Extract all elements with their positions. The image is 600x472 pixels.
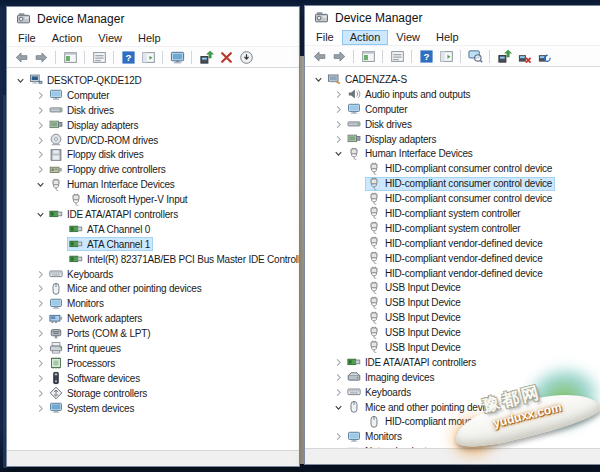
properties-icon[interactable] (90, 49, 108, 66)
tree-item[interactable]: Mice and other pointing devices (7, 281, 299, 296)
chevron-down-icon[interactable] (331, 401, 345, 413)
properties-icon[interactable] (388, 48, 406, 65)
tree-item[interactable]: Human Interface Devices (305, 146, 600, 161)
chevron-right-icon[interactable] (33, 89, 47, 101)
menu-view[interactable]: View (90, 31, 130, 46)
uninstall-x-icon[interactable] (217, 49, 235, 66)
tree-item[interactable]: HID-compliant system controller (305, 206, 600, 221)
tree-item[interactable]: Computer (7, 88, 299, 103)
chevron-right-icon[interactable] (331, 371, 345, 383)
console-window-icon[interactable] (61, 49, 79, 66)
tree-item[interactable]: Disk drives (305, 117, 600, 132)
tree-item[interactable]: Processors (7, 356, 299, 371)
help-icon[interactable]: ? (417, 48, 435, 65)
tree-item[interactable]: Display adapters (7, 118, 299, 133)
forward-icon[interactable] (330, 48, 348, 65)
tree-item[interactable]: Software devices (7, 371, 299, 386)
chevron-right-icon[interactable] (331, 133, 345, 145)
disable-icon[interactable] (237, 49, 255, 66)
chevron-right-icon[interactable] (33, 298, 47, 310)
chevron-right-icon[interactable] (33, 134, 47, 146)
menu-file[interactable]: File (308, 30, 342, 45)
chevron-right-icon[interactable] (33, 104, 47, 116)
tree-item[interactable]: Monitors (7, 296, 299, 311)
chevron-down-icon[interactable] (331, 148, 345, 160)
tree-pane-icon[interactable] (437, 48, 455, 65)
chevron-right-icon[interactable] (33, 402, 47, 414)
tree-item[interactable]: ATA Channel 1 (7, 237, 299, 252)
tree-item[interactable]: HID-compliant vendor-defined device (305, 266, 600, 281)
chevron-right-icon[interactable] (33, 149, 47, 161)
chevron-right-icon[interactable] (33, 372, 47, 384)
menu-file[interactable]: File (10, 31, 44, 46)
tree-item[interactable]: Display adapters (305, 132, 600, 147)
tree-item[interactable]: HID-compliant consumer control device (305, 176, 600, 191)
chevron-right-icon[interactable] (331, 118, 345, 130)
tree-item[interactable]: Floppy drive controllers (7, 162, 299, 177)
chevron-right-icon[interactable] (331, 88, 345, 100)
uninstall-device-icon[interactable] (535, 48, 553, 65)
tree-item[interactable]: Network adapters (7, 311, 299, 326)
tree-item[interactable]: HID-compliant vendor-defined device (305, 251, 600, 266)
chevron-down-icon[interactable] (13, 74, 27, 86)
tree-item[interactable]: HID-compliant consumer control device (305, 161, 600, 176)
chevron-down-icon[interactable] (33, 179, 47, 191)
chevron-right-icon[interactable] (33, 313, 47, 325)
title-bar[interactable]: Device Manager (7, 7, 299, 30)
chevron-right-icon[interactable] (331, 386, 345, 398)
chevron-right-icon[interactable] (331, 431, 345, 443)
tree-item[interactable]: HID-compliant consumer control device (305, 191, 600, 206)
tree-item[interactable]: DVD/CD-ROM drives (7, 133, 299, 148)
disable-device-icon[interactable] (515, 48, 533, 65)
chevron-right-icon[interactable] (33, 357, 47, 369)
tree-item[interactable]: Disk drives (7, 103, 299, 118)
tree-item[interactable]: System devices (7, 401, 299, 416)
chevron-right-icon[interactable] (33, 283, 47, 295)
tree-item[interactable]: USB Input Device (305, 310, 600, 325)
scan-hardware-icon[interactable] (466, 48, 484, 65)
chevron-down-icon[interactable] (33, 208, 47, 220)
tree-item[interactable]: Print queues (7, 341, 299, 356)
tree-item[interactable]: Ports (COM & LPT) (7, 326, 299, 341)
menu-action[interactable]: Action (44, 31, 91, 46)
update-driver-icon[interactable] (197, 49, 215, 66)
chevron-right-icon[interactable] (33, 119, 47, 131)
console-window-icon[interactable] (359, 48, 377, 65)
tree-pane-icon[interactable] (139, 49, 157, 66)
menu-view[interactable]: View (388, 30, 428, 45)
tree-item[interactable]: USB Input Device (305, 325, 600, 340)
tree-item[interactable]: USB Input Device (305, 280, 600, 295)
menu-help[interactable]: Help (130, 31, 169, 46)
tree-item[interactable]: Storage controllers (7, 386, 299, 401)
chevron-right-icon[interactable] (33, 342, 47, 354)
tree-item[interactable]: Keyboards (7, 267, 299, 282)
tree-item[interactable]: ATA Channel 0 (7, 222, 299, 237)
tree-item[interactable]: Audio inputs and outputs (305, 87, 600, 102)
tree-item[interactable]: Computer (305, 102, 600, 117)
back-icon[interactable] (12, 49, 30, 66)
tree-item[interactable]: Microsoft Hyper-V Input (7, 192, 299, 207)
chevron-right-icon[interactable] (33, 164, 47, 176)
tree-item[interactable]: HID-compliant system controller (305, 221, 600, 236)
back-icon[interactable] (310, 48, 328, 65)
chevron-right-icon[interactable] (33, 328, 47, 340)
tree-item[interactable]: IDE ATA/ATAPI controllers (7, 207, 299, 222)
chevron-right-icon[interactable] (331, 356, 345, 368)
title-bar[interactable]: Device Manager (305, 6, 600, 29)
remote-monitor-icon[interactable] (168, 49, 186, 66)
tree-item[interactable]: Intel(R) 82371AB/EB PCI Bus Master IDE C… (7, 252, 299, 267)
tree-item[interactable]: HID-compliant vendor-defined device (305, 236, 600, 251)
tree-item[interactable]: USB Input Device (305, 295, 600, 310)
tree-item[interactable]: CADENZZA-S (305, 72, 600, 87)
tree-item[interactable]: DESKTOP-QKDE12D (7, 73, 299, 88)
chevron-right-icon[interactable] (33, 268, 47, 280)
chevron-down-icon[interactable] (311, 73, 325, 85)
help-icon[interactable]: ? (119, 49, 137, 66)
tree-item[interactable]: Floppy disk drives (7, 147, 299, 162)
menu-action[interactable]: Action (342, 30, 389, 45)
update-driver-icon[interactable] (495, 48, 513, 65)
chevron-right-icon[interactable] (33, 387, 47, 399)
menu-help[interactable]: Help (428, 30, 467, 45)
tree-item[interactable]: Human Interface Devices (7, 177, 299, 192)
forward-icon[interactable] (32, 49, 50, 66)
